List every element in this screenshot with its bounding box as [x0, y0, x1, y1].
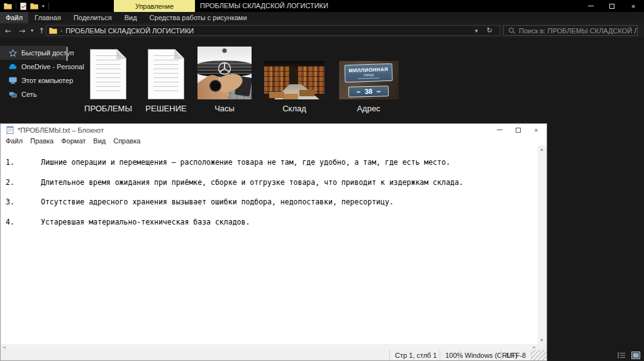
text-line: 1.Лишние операции и перемещения – распол…: [6, 158, 538, 178]
cloud-icon: [8, 64, 17, 70]
notepad-vertical-scrollbar[interactable]: ▲ ▼: [538, 145, 547, 344]
sign-dash: [377, 91, 380, 92]
ribbon-tab-bar: Файл Главная Поделиться Вид Средства раб…: [0, 12, 644, 23]
text-line: 4.Устаревшая материально-техническая баз…: [6, 218, 538, 238]
minimize-icon: [497, 130, 502, 130]
ribbon-tab-home[interactable]: Главная: [28, 12, 67, 23]
maximize-button[interactable]: [601, 0, 623, 12]
address-toolbar: ← → ▾ ↑ › ПРОБЛЕМЫ СКЛАДСКОЙ ЛОГИСТИКИ ▾…: [0, 23, 644, 38]
breadcrumb-path[interactable]: ПРОБЛЕМЫ СКЛАДСКОЙ ЛОГИСТИКИ: [65, 27, 194, 35]
explorer-folder-icon[interactable]: [4, 3, 12, 9]
maximize-icon: [609, 4, 614, 9]
file-list: ПРОБЛЕМЫ РЕШЕНИЕ: [65, 38, 644, 123]
sidebar-item-network[interactable]: Сеть: [0, 87, 65, 101]
resize-grip[interactable]: [531, 350, 547, 360]
file-label: РЕШЕНИЕ: [138, 104, 194, 113]
statusbar-view-toggles: [617, 352, 640, 359]
house-number: 38: [364, 88, 372, 95]
line-text: Длительное время ожидания при приёмке, с…: [41, 178, 464, 198]
page-lines: [96, 55, 121, 93]
scroll-up-icon[interactable]: ▲: [540, 147, 543, 151]
thumbnails-view-button[interactable]: [631, 352, 640, 359]
sidebar-item-quick-access[interactable]: Быстрый доступ: [0, 46, 65, 60]
scroll-down-icon[interactable]: ▼: [540, 338, 543, 342]
file-icon-wrap: [138, 44, 194, 99]
warehouse-photo-thumbnail: [264, 61, 325, 99]
quick-access-toolbar: ▾: [4, 0, 49, 12]
line-text: Лишние операции и перемещения – располож…: [41, 158, 450, 178]
notepad-menu-file[interactable]: Файл: [2, 137, 26, 145]
file-item-solution[interactable]: РЕШЕНИЕ: [138, 44, 194, 121]
ribbon-tab-picture-tools[interactable]: Средства работы с рисунками: [143, 12, 253, 23]
file-label: Адрес: [336, 104, 401, 113]
ribbon-tab-file[interactable]: Файл: [0, 12, 28, 23]
close-button[interactable]: ×: [623, 0, 644, 12]
sidebar-item-label: Сеть: [21, 91, 36, 98]
text-line: 3.Отсутствие адресного хранения вызывает…: [6, 197, 538, 218]
encoding-status: UTF-8: [501, 350, 531, 360]
line-ending-status: Windows (CRLF): [459, 350, 501, 360]
wrist-watch: [211, 81, 220, 91]
address-dropdown-chevron-icon[interactable]: ▾: [470, 28, 482, 34]
minimize-icon: [588, 6, 594, 6]
text-line: 2.Длительное время ожидания при приёмке,…: [6, 178, 538, 198]
forward-button[interactable]: →: [15, 23, 29, 38]
sidebar-item-this-pc[interactable]: Этот компьютер: [0, 74, 65, 87]
notepad-icon: [6, 126, 14, 134]
line-text: Устаревшая материально-техническая база …: [41, 218, 250, 238]
notepad-window-controls: ×: [491, 124, 545, 136]
notepad-menu-edit[interactable]: Правка: [26, 137, 57, 145]
notepad-window: *ПРОБЛЕМЫ.txt – Блокнот × Файл Правка Фо…: [0, 123, 547, 361]
ribbon-tab-view[interactable]: Вид: [118, 12, 143, 23]
properties-icon[interactable]: [20, 3, 26, 10]
breadcrumb-separator-icon: ›: [60, 27, 62, 34]
explorer-window-title: ПРОБЛЕМЫ СКЛАДСКОЙ ЛОГИСТИКИ: [200, 0, 328, 12]
file-icon-wrap: [195, 44, 254, 99]
notepad-menu-format[interactable]: Формат: [57, 137, 89, 145]
file-label: ПРОБЛЕМЫ: [79, 104, 138, 113]
file-item-address[interactable]: МИЛЛИОННАЯ УЛИЦА 38 Адрес: [336, 44, 401, 121]
maximize-icon: [516, 128, 521, 133]
monitor-icon: [8, 77, 17, 84]
warehouse-pallets: [269, 92, 284, 98]
notepad-menu-help[interactable]: Справка: [109, 137, 144, 145]
ribbon-tab-share[interactable]: Поделиться: [67, 12, 118, 23]
scroll-left-icon[interactable]: ◄: [3, 345, 6, 349]
ribbon-context-tab-manage[interactable]: Управление: [114, 0, 195, 12]
notepad-horizontal-scrollbar[interactable]: ◄ ►: [1, 344, 538, 350]
screen: ▾ Управление ПРОБЛЕМЫ СКЛАДСКОЙ ЛОГИСТИК…: [0, 0, 644, 361]
notepad-close-button[interactable]: ×: [527, 124, 545, 136]
sidebar-item-onedrive[interactable]: OneDrive - Personal: [0, 60, 65, 74]
minimize-button[interactable]: [580, 0, 601, 12]
street-sign: МИЛЛИОННАЯ УЛИЦА: [344, 64, 392, 83]
file-label: Склад: [262, 104, 327, 113]
notepad-menubar: Файл Правка Формат Вид Справка: [1, 136, 547, 145]
zoom-level-status: 100%: [440, 350, 459, 360]
file-icon-wrap: [262, 44, 327, 99]
cursor-position-status: Стр 1, стлб 1: [389, 350, 440, 360]
notepad-text-area[interactable]: 1.Лишние операции и перемещения – распол…: [1, 145, 538, 344]
refresh-icon[interactable]: ↻: [482, 26, 497, 35]
file-icon-wrap: [79, 44, 138, 99]
recent-locations-chevron-icon[interactable]: ▾: [28, 23, 36, 38]
navigation-pane: Быстрый доступ OneDrive - Personal Этот …: [0, 46, 65, 101]
search-input[interactable]: [519, 27, 637, 35]
notepad-menu-view[interactable]: Вид: [89, 137, 109, 145]
watch-photo-thumbnail: [197, 47, 252, 99]
file-item-problems[interactable]: ПРОБЛЕМЫ: [79, 44, 138, 121]
file-icon-wrap: МИЛЛИОННАЯ УЛИЦА 38: [336, 44, 401, 99]
new-folder-icon[interactable]: [30, 3, 38, 9]
file-item-warehouse[interactable]: Склад: [262, 44, 327, 121]
address-bar[interactable]: › ПРОБЛЕМЫ СКЛАДСКОЙ ЛОГИСТИКИ ▾ ↻: [46, 25, 500, 36]
street-word: УЛИЦА: [345, 72, 392, 78]
details-view-button[interactable]: [617, 352, 626, 359]
notepad-maximize-button[interactable]: [509, 124, 527, 136]
file-item-watch[interactable]: Часы: [195, 44, 254, 121]
scroll-right-icon[interactable]: ►: [533, 345, 536, 349]
customize-toolbar-chevron-icon[interactable]: ▾: [42, 0, 45, 12]
search-box[interactable]: [503, 25, 638, 36]
network-icon: [8, 91, 17, 98]
address-folder-icon: [49, 27, 57, 34]
notepad-minimize-button[interactable]: [491, 124, 509, 136]
back-button[interactable]: ←: [1, 23, 15, 38]
